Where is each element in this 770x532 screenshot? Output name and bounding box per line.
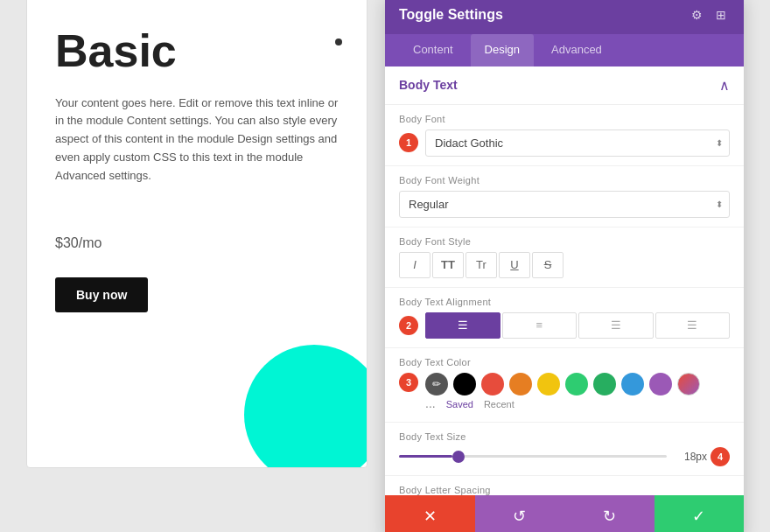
section-collapse-icon[interactable]: ∧ bbox=[719, 77, 730, 94]
redo-button[interactable]: ↻ bbox=[564, 495, 654, 533]
body-text-alignment-field: Body Text Alignment 2 ☰ ≡ ☰ ☰ bbox=[385, 288, 744, 348]
price-period: /mo bbox=[79, 235, 102, 250]
panel-header: Toggle Settings ⚙ ⊞ bbox=[385, 0, 744, 34]
body-letter-spacing-label: Body Letter Spacing bbox=[399, 485, 730, 495]
cancel-button[interactable]: ✕ bbox=[385, 495, 475, 533]
body-text-size-field: Body Text Size 18px 4 bbox=[385, 423, 744, 476]
body-font-label: Body Font bbox=[399, 114, 730, 124]
color-swatch-green[interactable] bbox=[565, 373, 588, 396]
decorative-circle bbox=[244, 345, 368, 468]
tab-advanced[interactable]: Advanced bbox=[537, 34, 616, 66]
title-case-button[interactable]: Tr bbox=[466, 252, 497, 278]
color-swatch-yellow[interactable] bbox=[537, 373, 560, 396]
body-text-color-field: Body Text Color 3 ✏ bbox=[385, 348, 744, 423]
alignment-buttons: ☰ ≡ ☰ ☰ bbox=[425, 312, 730, 339]
undo-button[interactable]: ↺ bbox=[475, 495, 565, 533]
tab-content[interactable]: Content bbox=[399, 34, 467, 66]
color-swatch-black[interactable] bbox=[453, 373, 476, 396]
color-swatches: ✏ bbox=[425, 373, 700, 396]
save-button[interactable]: ✓ bbox=[654, 495, 745, 533]
bold-button[interactable]: TT bbox=[432, 252, 464, 278]
section-header: Body Text ∧ bbox=[385, 66, 744, 105]
body-font-weight-field: Body Font Weight Regular ⬍ bbox=[385, 166, 744, 228]
color-swatch-red[interactable] bbox=[481, 373, 504, 396]
recent-label: Recent bbox=[484, 399, 514, 413]
strikethrough-button[interactable]: S bbox=[532, 252, 564, 278]
underline-button[interactable]: U bbox=[499, 252, 530, 278]
font-style-buttons: I TT Tr U S bbox=[399, 252, 730, 278]
step-1-badge: 1 bbox=[399, 133, 418, 152]
body-font-weight-select-wrapper: Regular ⬍ bbox=[399, 191, 730, 218]
settings-icon[interactable]: ⚙ bbox=[688, 6, 705, 24]
body-text-size-value: 18px bbox=[676, 451, 707, 463]
pricing-card: Basic Your content goes here. Edit or re… bbox=[26, 0, 368, 468]
step-2-badge: 2 bbox=[399, 316, 418, 335]
color-swatch-blue[interactable] bbox=[621, 373, 644, 396]
body-font-select-wrapper: Didact Gothic ⬍ bbox=[425, 130, 730, 157]
color-swatch-orange[interactable] bbox=[509, 373, 532, 396]
buy-now-button[interactable]: Buy now bbox=[55, 277, 148, 312]
body-text-alignment-label: Body Text Alignment bbox=[399, 297, 730, 307]
card-dot bbox=[335, 38, 342, 46]
section-title: Body Text bbox=[399, 78, 458, 92]
card-description: Your content goes here. Edit or remove t… bbox=[55, 94, 339, 186]
settings-panel: Toggle Settings ⚙ ⊞ Content Design Advan… bbox=[385, 0, 744, 532]
body-font-style-label: Body Font Style bbox=[399, 236, 730, 247]
panel-title: Toggle Settings bbox=[399, 7, 503, 23]
align-justify-button[interactable]: ☰ bbox=[655, 312, 731, 339]
body-font-select[interactable]: Didact Gothic bbox=[425, 130, 730, 157]
panel-header-icons: ⚙ ⊞ bbox=[688, 6, 730, 24]
body-font-style-field: Body Font Style I TT Tr U S bbox=[385, 228, 744, 288]
align-left-button[interactable]: ☰ bbox=[425, 312, 500, 339]
saved-recent-row: ··· Saved Recent bbox=[425, 399, 700, 413]
color-swatch-gradient[interactable] bbox=[677, 373, 700, 396]
color-swatch-dark-green[interactable] bbox=[593, 373, 616, 396]
body-font-weight-label: Body Font Weight bbox=[399, 175, 730, 186]
tab-bar: Content Design Advanced bbox=[385, 34, 744, 66]
italic-button[interactable]: I bbox=[399, 252, 430, 278]
align-right-button[interactable]: ☰ bbox=[578, 312, 654, 339]
panel-actions: ✕ ↺ ↻ ✓ bbox=[385, 495, 744, 533]
panel-body: Body Text ∧ Body Font 1 Didact Gothic ⬍ bbox=[385, 66, 744, 495]
price-amount: $30 bbox=[55, 235, 79, 250]
color-swatch-purple[interactable] bbox=[649, 373, 672, 396]
tab-design[interactable]: Design bbox=[471, 34, 534, 66]
color-edit-button[interactable]: ✏ bbox=[425, 373, 448, 396]
align-center-button[interactable]: ≡ bbox=[502, 312, 578, 339]
expand-icon[interactable]: ⊞ bbox=[712, 6, 730, 24]
body-text-size-label: Body Text Size bbox=[399, 431, 730, 442]
step-4-badge: 4 bbox=[710, 447, 730, 466]
body-text-size-slider[interactable] bbox=[399, 448, 667, 466]
body-font-field: Body Font 1 Didact Gothic ⬍ bbox=[385, 105, 744, 166]
body-font-weight-select[interactable]: Regular bbox=[399, 191, 730, 218]
body-text-color-label: Body Text Color bbox=[399, 357, 730, 368]
saved-label[interactable]: Saved bbox=[446, 399, 473, 413]
card-price: $30/mo bbox=[55, 213, 339, 256]
body-letter-spacing-field: Body Letter Spacing 0px bbox=[385, 476, 744, 495]
card-title: Basic bbox=[55, 24, 339, 77]
step-3-badge: 3 bbox=[399, 373, 418, 392]
